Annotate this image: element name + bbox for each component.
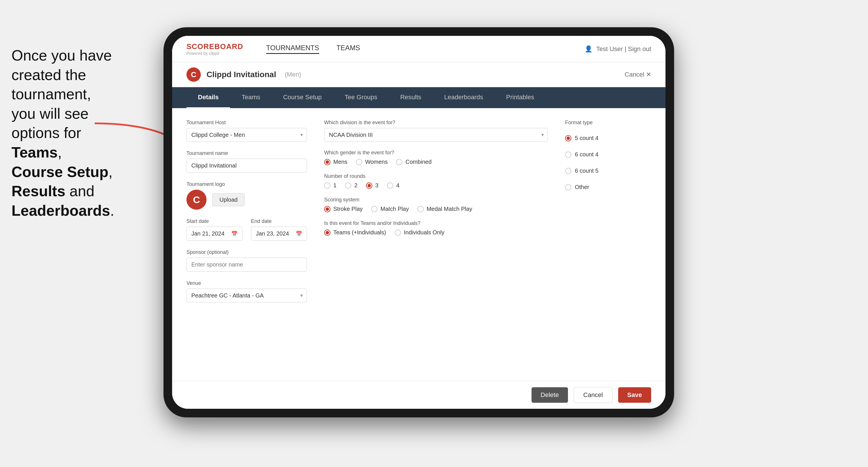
tab-leaderboards[interactable]: Leaderboards bbox=[433, 87, 495, 108]
cancel-button[interactable]: Cancel bbox=[574, 387, 612, 403]
rounds-1-radio[interactable] bbox=[324, 182, 331, 189]
gender-combined[interactable]: Combined bbox=[396, 159, 431, 165]
tab-bar: Details Teams Course Setup Tee Groups Re… bbox=[172, 87, 665, 108]
end-date-group: End date Jan 23, 2024 📅 bbox=[251, 218, 307, 241]
tournament-name-group: Tournament name bbox=[186, 150, 307, 173]
gender-womens[interactable]: Womens bbox=[356, 159, 388, 165]
logo-area: SCOREBOARD Powered by clippd bbox=[186, 42, 243, 56]
sponsor-group: Sponsor (optional) bbox=[186, 249, 307, 272]
nav-teams[interactable]: TEAMS bbox=[337, 44, 360, 54]
division-select[interactable]: NCAA Division III bbox=[324, 128, 548, 142]
upload-button[interactable]: Upload bbox=[212, 193, 245, 206]
tournament-name-input[interactable] bbox=[186, 159, 307, 173]
division-group: Which division is the event for? NCAA Di… bbox=[324, 120, 548, 142]
format-6count5[interactable]: 6 count 5 bbox=[565, 167, 651, 174]
middle-column: Which division is the event for? NCAA Di… bbox=[324, 120, 548, 370]
tab-results[interactable]: Results bbox=[389, 87, 433, 108]
tab-details[interactable]: Details bbox=[186, 87, 230, 108]
rounds-1[interactable]: 1 bbox=[324, 182, 337, 189]
gender-mens[interactable]: Mens bbox=[324, 159, 347, 165]
nav-links: TOURNAMENTS TEAMS bbox=[266, 44, 360, 54]
user-icon: 👤 bbox=[585, 45, 592, 53]
rounds-group: Number of rounds 1 2 bbox=[324, 173, 548, 189]
tournament-host-group: Tournament Host Clippd College - Men bbox=[186, 120, 307, 142]
tournament-header: C Clippd Invitational (Men) Cancel ✕ bbox=[172, 62, 665, 87]
user-info: 👤 Test User | Sign out bbox=[585, 45, 651, 53]
tab-course-setup[interactable]: Course Setup bbox=[272, 87, 333, 108]
footer-bar: Delete Cancel Save bbox=[172, 381, 665, 409]
rounds-3-radio[interactable] bbox=[366, 182, 372, 189]
scoring-match-radio[interactable] bbox=[371, 206, 377, 212]
nav-tournaments[interactable]: TOURNAMENTS bbox=[266, 44, 319, 54]
start-date-group: Start date Jan 21, 2024 📅 bbox=[186, 218, 242, 241]
gender-radio-group: Mens Womens Combined bbox=[324, 159, 548, 165]
venue-label: Venue bbox=[186, 280, 307, 286]
individuals-only-radio[interactable] bbox=[395, 229, 401, 236]
save-button[interactable]: Save bbox=[618, 387, 651, 403]
scoring-stroke[interactable]: Stroke Play bbox=[324, 206, 363, 212]
individuals-only[interactable]: Individuals Only bbox=[395, 229, 444, 236]
format-other[interactable]: Other bbox=[565, 184, 651, 190]
rounds-3[interactable]: 3 bbox=[366, 182, 378, 189]
top-nav: SCOREBOARD Powered by clippd TOURNAMENTS… bbox=[172, 36, 665, 62]
logo-upload-area: C Upload bbox=[186, 190, 307, 210]
venue-select[interactable]: Peachtree GC - Atlanta - GA bbox=[186, 288, 307, 302]
sponsor-input[interactable] bbox=[186, 258, 307, 272]
delete-button[interactable]: Delete bbox=[531, 387, 568, 403]
format-6count4[interactable]: 6 count 4 bbox=[565, 151, 651, 158]
logo-preview: C bbox=[186, 190, 207, 210]
format-6count4-radio[interactable] bbox=[565, 152, 571, 158]
scoring-stroke-radio[interactable] bbox=[324, 206, 331, 212]
format-type-title: Format type bbox=[565, 120, 651, 126]
tablet-frame: SCOREBOARD Powered by clippd TOURNAMENTS… bbox=[163, 27, 674, 417]
format-5count4[interactable]: 5 count 4 bbox=[565, 135, 651, 142]
logo-scoreboard: SCOREBOARD bbox=[186, 42, 243, 51]
tournament-host-select[interactable]: Clippd College - Men bbox=[186, 128, 307, 142]
cancel-tournament-btn[interactable]: Cancel ✕ bbox=[625, 71, 651, 78]
rounds-2[interactable]: 2 bbox=[345, 182, 358, 189]
teams-individuals-radio-group: Teams (+Individuals) Individuals Only bbox=[324, 229, 548, 236]
user-label[interactable]: Test User | Sign out bbox=[596, 45, 651, 53]
format-5count4-radio[interactable] bbox=[565, 135, 571, 142]
rounds-2-radio[interactable] bbox=[345, 182, 351, 189]
tab-tee-groups[interactable]: Tee Groups bbox=[333, 87, 389, 108]
scoring-match[interactable]: Match Play bbox=[371, 206, 409, 212]
rounds-radio-group: 1 2 3 4 bbox=[324, 182, 548, 189]
gender-womens-radio[interactable] bbox=[356, 159, 362, 165]
calendar-icon: 📅 bbox=[231, 230, 238, 237]
start-date-input[interactable]: Jan 21, 2024 📅 bbox=[186, 227, 242, 241]
gender-group: Which gender is the event for? Mens Wome… bbox=[324, 150, 548, 165]
teams-plus-individuals[interactable]: Teams (+Individuals) bbox=[324, 229, 386, 236]
end-date-input[interactable]: Jan 23, 2024 📅 bbox=[251, 227, 307, 241]
format-6count5-radio[interactable] bbox=[565, 168, 571, 174]
division-select-wrapper: NCAA Division III bbox=[324, 128, 548, 142]
teams-plus-radio[interactable] bbox=[324, 229, 331, 236]
teams-individuals-label: Is this event for Teams and/or Individua… bbox=[324, 220, 548, 226]
rounds-4[interactable]: 4 bbox=[387, 182, 399, 189]
rounds-label: Number of rounds bbox=[324, 173, 548, 179]
venue-group: Venue Peachtree GC - Atlanta - GA bbox=[186, 280, 307, 302]
tournament-logo-label: Tournament logo bbox=[186, 181, 307, 187]
main-content: Tournament Host Clippd College - Men Tou… bbox=[172, 108, 665, 381]
tab-teams[interactable]: Teams bbox=[230, 87, 272, 108]
tournament-host-select-wrapper: Clippd College - Men bbox=[186, 128, 307, 142]
start-date-label: Start date bbox=[186, 218, 242, 224]
tournament-title: C Clippd Invitational (Men) bbox=[186, 67, 301, 82]
right-column: Format type 5 count 4 6 count 4 6 count … bbox=[565, 120, 651, 370]
rounds-4-radio[interactable] bbox=[387, 182, 393, 189]
teams-individuals-group: Is this event for Teams and/or Individua… bbox=[324, 220, 548, 236]
date-row: Start date Jan 21, 2024 📅 End date Jan 2… bbox=[186, 218, 307, 241]
scoring-radio-group: Stroke Play Match Play Medal Match Play bbox=[324, 206, 548, 212]
scoring-medal[interactable]: Medal Match Play bbox=[417, 206, 472, 212]
gender-combined-radio[interactable] bbox=[396, 159, 402, 165]
gender-label: Which gender is the event for? bbox=[324, 150, 548, 156]
app-container: SCOREBOARD Powered by clippd TOURNAMENTS… bbox=[172, 36, 665, 409]
scoring-medal-radio[interactable] bbox=[417, 206, 424, 212]
logo-sub: Powered by clippd bbox=[186, 51, 243, 56]
gender-mens-radio[interactable] bbox=[324, 159, 331, 165]
format-other-radio[interactable] bbox=[565, 184, 571, 190]
tab-printables[interactable]: Printables bbox=[495, 87, 546, 108]
nav-left: SCOREBOARD Powered by clippd TOURNAMENTS… bbox=[186, 42, 360, 56]
tournament-icon: C bbox=[186, 67, 201, 82]
tournament-name-label: Tournament name bbox=[186, 150, 307, 156]
